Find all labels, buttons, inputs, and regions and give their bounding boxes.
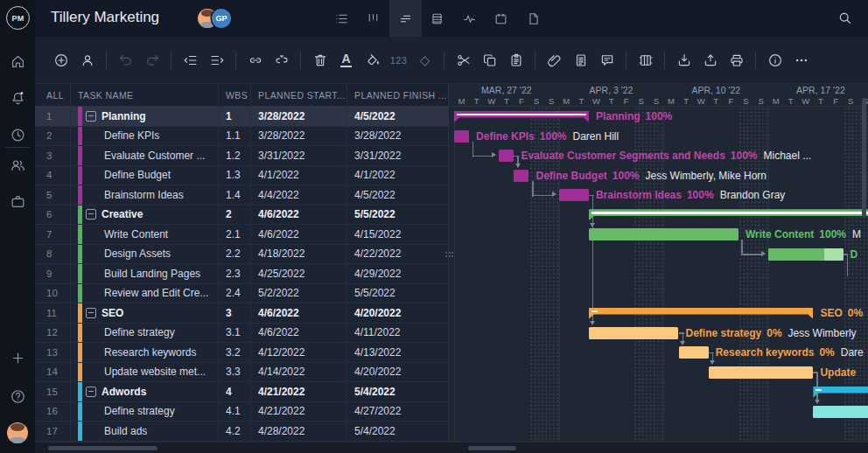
wbs-cell[interactable]: 1.1: [219, 127, 251, 146]
sidebar-user-avatar[interactable]: [7, 422, 28, 443]
gantt-task-bar[interactable]: [813, 406, 868, 418]
wbs-cell[interactable]: 4.1: [219, 402, 251, 422]
sidebar-portfolio-button[interactable]: [0, 190, 35, 213]
planned-start-cell[interactable]: 4/25/2022: [251, 264, 347, 283]
planned-finish-cell[interactable]: 5/4/2022: [347, 382, 448, 401]
planned-finish-cell[interactable]: 5/5/2022: [347, 284, 448, 303]
number-format-button[interactable]: 123: [388, 49, 410, 72]
fill-color-button[interactable]: [361, 49, 383, 72]
columns-button[interactable]: [634, 49, 656, 72]
collapse-icon[interactable]: [86, 387, 96, 397]
task-name-cell[interactable]: Planning: [71, 107, 219, 126]
export-button[interactable]: [699, 49, 721, 72]
planned-start-cell[interactable]: 5/2/2022: [251, 284, 347, 303]
delete-button[interactable]: [309, 49, 331, 72]
task-notes-button[interactable]: [570, 49, 592, 72]
gantt-task-bar[interactable]: [514, 170, 528, 182]
planned-finish-cell[interactable]: 3/28/2022: [347, 127, 448, 146]
planned-start-cell[interactable]: 4/21/2022: [251, 382, 347, 401]
table-row[interactable]: 7Write Content2.14/6/20224/15/2022: [35, 225, 448, 245]
wbs-cell[interactable]: 2.4: [219, 284, 251, 303]
column-header-wbs[interactable]: WBS: [219, 84, 251, 106]
milestone-button[interactable]: ◇: [414, 49, 436, 72]
undo-button[interactable]: [115, 49, 136, 72]
table-row[interactable]: 6Creative24/6/20225/5/2022: [35, 206, 448, 226]
gantt-task-bar[interactable]: [559, 189, 589, 201]
view-tab-workload-view[interactable]: [453, 0, 486, 37]
planned-start-cell[interactable]: 4/14/2022: [251, 363, 347, 382]
planned-start-cell[interactable]: 4/6/2022: [251, 206, 347, 225]
task-name-cell[interactable]: Design Assets: [71, 245, 219, 264]
print-button[interactable]: [725, 49, 747, 72]
task-name-cell[interactable]: Evaluate Customer ...: [71, 146, 219, 165]
wbs-cell[interactable]: 3.2: [219, 343, 251, 362]
table-row[interactable]: 3Evaluate Customer ...1.23/31/20223/31/2…: [35, 146, 448, 166]
column-header-planned-finish[interactable]: PLANNED FINISH ...: [347, 84, 448, 106]
gantt-vertical-scrollbar[interactable]: [862, 98, 866, 217]
planned-finish-cell[interactable]: 4/5/2022: [347, 107, 448, 126]
planned-finish-cell[interactable]: 3/31/2022: [347, 146, 448, 165]
sidebar-home-button[interactable]: [0, 50, 35, 73]
gantt-task-bar[interactable]: [679, 346, 709, 359]
task-name-cell[interactable]: Creative: [71, 206, 219, 225]
planned-finish-cell[interactable]: 4/15/2022: [347, 225, 448, 244]
indent-button[interactable]: [206, 49, 228, 72]
planned-start-cell[interactable]: 3/28/2022: [251, 107, 347, 126]
table-horizontal-scrollbar[interactable]: [48, 446, 158, 450]
gantt-summary-bar[interactable]: [454, 111, 589, 122]
table-row[interactable]: 10Review and Edit Cre...2.45/2/20225/5/2…: [35, 284, 448, 304]
task-name-cell[interactable]: Research keywords: [71, 343, 219, 362]
task-name-cell[interactable]: Define Budget: [71, 166, 219, 185]
task-name-cell[interactable]: Define strategy: [71, 402, 219, 422]
column-header-planned-start[interactable]: PLANNED START...: [251, 84, 347, 106]
wbs-cell[interactable]: 1.4: [219, 185, 251, 205]
wbs-cell[interactable]: 2: [219, 206, 251, 225]
wbs-cell[interactable]: 3: [219, 303, 251, 323]
info-button[interactable]: [764, 49, 786, 72]
planned-finish-cell[interactable]: 4/27/2022: [347, 402, 448, 422]
table-row[interactable]: 8Design Assets2.24/18/20224/22/2022: [35, 245, 448, 265]
table-row[interactable]: 2Define KPIs1.13/28/20223/28/2022: [35, 127, 448, 147]
link-tasks-button[interactable]: [244, 49, 266, 72]
planned-start-cell[interactable]: 3/31/2022: [251, 146, 347, 165]
view-tab-sheet-view[interactable]: [422, 0, 454, 37]
search-button[interactable]: [836, 10, 854, 27]
table-row[interactable]: 17Build ads4.24/28/20225/4/2022: [35, 422, 448, 442]
table-row[interactable]: 11SEO34/6/20224/20/2022: [35, 303, 448, 324]
table-row[interactable]: 5Brainstorm Ideas1.44/4/20224/5/2022: [35, 185, 448, 206]
view-tab-docs-view[interactable]: [517, 0, 550, 37]
column-header-task-name[interactable]: TASK NAME: [71, 84, 219, 106]
task-name-cell[interactable]: Write Content: [71, 225, 219, 244]
planned-finish-cell[interactable]: 4/22/2022: [347, 245, 448, 264]
gantt-summary-bar[interactable]: [589, 308, 814, 319]
sidebar-team-button[interactable]: [0, 153, 35, 176]
sidebar-history-button[interactable]: [0, 123, 35, 146]
gantt-task-bar[interactable]: [499, 150, 514, 162]
planned-finish-cell[interactable]: 4/1/2022: [347, 166, 448, 185]
member-avatar-gp[interactable]: GP: [212, 9, 231, 28]
sidebar-add-button[interactable]: [0, 346, 35, 369]
collapse-icon[interactable]: [86, 308, 96, 318]
table-row[interactable]: 16Define strategy4.14/21/20224/27/2022: [35, 402, 448, 422]
table-row[interactable]: 9Build Landing Pages2.34/25/20224/29/202…: [35, 264, 448, 284]
planned-finish-cell[interactable]: 4/20/2022: [347, 303, 448, 323]
planned-start-cell[interactable]: 4/28/2022: [251, 422, 347, 441]
task-name-cell[interactable]: Define KPIs: [71, 127, 219, 146]
unlink-tasks-button[interactable]: [270, 49, 292, 72]
planned-start-cell[interactable]: 4/12/2022: [251, 343, 347, 362]
wbs-cell[interactable]: 1.3: [219, 166, 251, 185]
collapse-icon[interactable]: [86, 111, 96, 122]
table-row[interactable]: 12Define strategy3.14/6/20224/11/2022: [35, 324, 448, 344]
view-tab-board-view[interactable]: [358, 0, 390, 37]
task-name-cell[interactable]: Adwords: [71, 382, 219, 401]
wbs-cell[interactable]: 2.3: [219, 264, 251, 283]
wbs-cell[interactable]: 1.2: [219, 146, 251, 165]
wbs-cell[interactable]: 4: [219, 382, 251, 401]
gantt-task-bar[interactable]: [589, 228, 738, 240]
gantt-task-bar[interactable]: [454, 130, 469, 143]
wbs-cell[interactable]: 4.2: [219, 422, 251, 441]
task-name-cell[interactable]: Build ads: [71, 422, 219, 441]
add-task-button[interactable]: [50, 49, 72, 72]
gantt-task-bar[interactable]: [589, 327, 679, 339]
redo-button[interactable]: [141, 49, 163, 72]
